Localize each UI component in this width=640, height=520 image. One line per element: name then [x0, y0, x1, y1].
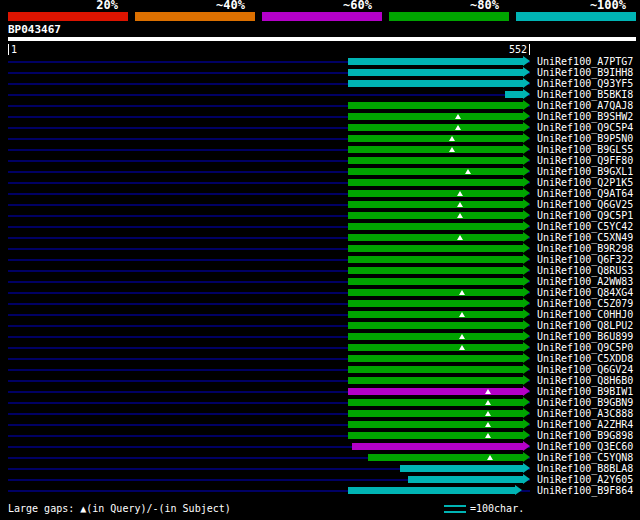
hit-bar[interactable] — [348, 377, 523, 384]
hit-bar[interactable] — [348, 212, 523, 219]
gap-triangle-icon — [485, 400, 491, 405]
hit-bar[interactable] — [348, 124, 523, 131]
hit-arrowhead-icon — [523, 463, 530, 473]
hit-arrowhead-icon — [523, 386, 530, 396]
hit-bar[interactable] — [348, 245, 523, 252]
hit-bar[interactable] — [348, 432, 523, 439]
hit-label[interactable]: UniRef100_A2Y605 — [537, 474, 633, 485]
hit-bar[interactable] — [348, 410, 523, 417]
hit-label[interactable]: UniRef100_B9GBN9 — [537, 397, 633, 408]
hit-arrowhead-icon — [523, 331, 530, 341]
hit-bar[interactable] — [348, 179, 523, 186]
hit-arrowhead-icon — [523, 419, 530, 429]
hit-bar[interactable] — [348, 289, 523, 296]
hit-bar[interactable] — [348, 223, 523, 230]
hit-label[interactable]: UniRef100_C5Z079 — [537, 298, 633, 309]
query-bar — [8, 37, 636, 41]
hit-arrowhead-icon — [523, 364, 530, 374]
hit-bar[interactable] — [348, 300, 523, 307]
hit-bar[interactable] — [348, 366, 523, 373]
hit-label[interactable]: UniRef100_B9F864 — [537, 485, 633, 496]
hit-bar[interactable] — [348, 267, 523, 274]
hit-label[interactable]: UniRef100_Q8H6B0 — [537, 375, 633, 386]
hit-bar[interactable] — [348, 278, 523, 285]
hit-label[interactable]: UniRef100_B6U899 — [537, 331, 633, 342]
hit-label[interactable]: UniRef100_C5XDD8 — [537, 353, 633, 364]
hit-label[interactable]: UniRef100_C0HHJ0 — [537, 309, 633, 320]
hit-bar[interactable] — [348, 146, 523, 153]
identity-scale-label: 20% — [8, 0, 128, 11]
hit-bar[interactable] — [348, 69, 523, 76]
hit-label[interactable]: UniRef100_Q2P1K5 — [537, 177, 633, 188]
hit-row: UniRef100_Q93YF5 — [0, 78, 640, 89]
hit-label[interactable]: UniRef100_Q6GV25 — [537, 199, 633, 210]
hit-bar[interactable] — [408, 476, 523, 483]
hit-bar[interactable] — [348, 333, 523, 340]
hit-label[interactable]: UniRef100_B9P5N0 — [537, 133, 633, 144]
hit-row: UniRef100_B6U899 — [0, 331, 640, 342]
hit-label[interactable]: UniRef100_A3C888 — [537, 408, 633, 419]
hit-label[interactable]: UniRef100_A2ZHR4 — [537, 419, 633, 430]
hit-label[interactable]: UniRef100_B5BKI8 — [537, 89, 633, 100]
hit-bar[interactable] — [348, 399, 523, 406]
hit-bar[interactable] — [348, 234, 523, 241]
hit-bar[interactable] — [348, 256, 523, 263]
hit-bar[interactable] — [348, 421, 523, 428]
hit-label[interactable]: UniRef100_B9GXL1 — [537, 166, 633, 177]
hit-label[interactable]: UniRef100_B9BIW1 — [537, 386, 633, 397]
hit-bar[interactable] — [348, 487, 515, 494]
hit-bar[interactable] — [400, 465, 523, 472]
hit-bar[interactable] — [348, 322, 523, 329]
hit-arrowhead-icon — [523, 353, 530, 363]
hit-bar[interactable] — [348, 355, 523, 362]
hit-bar[interactable] — [505, 91, 523, 98]
hit-bar[interactable] — [348, 135, 523, 142]
hit-bar[interactable] — [348, 388, 523, 395]
hit-label[interactable]: UniRef100_Q3EC60 — [537, 441, 633, 452]
hit-label[interactable]: UniRef100_Q9AT64 — [537, 188, 633, 199]
hit-label[interactable]: UniRef100_B9GLS5 — [537, 144, 633, 155]
hit-arrowhead-icon — [523, 144, 530, 154]
query-ruler: 1 552 — [8, 44, 530, 55]
ruler-end-tick: 552 — [509, 44, 530, 55]
hit-bar[interactable] — [352, 443, 523, 450]
hit-label[interactable]: UniRef100_Q9C5P4 — [537, 122, 633, 133]
hit-label[interactable]: UniRef100_Q8RUS3 — [537, 265, 633, 276]
hit-bar[interactable] — [348, 201, 523, 208]
hit-label[interactable]: UniRef100_C5XN49 — [537, 232, 633, 243]
hit-bar[interactable] — [348, 168, 523, 175]
hit-row: UniRef100_Q8LPU2 — [0, 320, 640, 331]
hit-bar[interactable] — [348, 157, 523, 164]
hit-label[interactable]: UniRef100_Q9FF80 — [537, 155, 633, 166]
hit-label[interactable]: UniRef100_Q6GV24 — [537, 364, 633, 375]
hit-label[interactable]: UniRef100_C5YQN8 — [537, 452, 633, 463]
hit-bar[interactable] — [348, 102, 523, 109]
hit-row: UniRef100_B9GBN9 — [0, 397, 640, 408]
hit-label[interactable]: UniRef100_B9G898 — [537, 430, 633, 441]
hit-label[interactable]: UniRef100_Q93YF5 — [537, 78, 633, 89]
hit-bar[interactable] — [348, 311, 523, 318]
hit-label[interactable]: UniRef100_A7PTG7 — [537, 56, 633, 67]
hit-bar[interactable] — [348, 80, 523, 87]
hit-bar[interactable] — [348, 58, 523, 65]
hit-arrowhead-icon — [523, 452, 530, 462]
hit-bar[interactable] — [348, 113, 523, 120]
hit-label[interactable]: UniRef100_B9SHW2 — [537, 111, 633, 122]
hit-label[interactable]: UniRef100_Q9C5P0 — [537, 342, 633, 353]
hit-bar[interactable] — [368, 454, 523, 461]
hit-label[interactable]: UniRef100_B8BLA8 — [537, 463, 633, 474]
hit-label[interactable]: UniRef100_A7QAJ8 — [537, 100, 633, 111]
hit-bar[interactable] — [348, 190, 523, 197]
hit-arrowhead-icon — [523, 199, 530, 209]
hit-label[interactable]: UniRef100_B9R298 — [537, 243, 633, 254]
hit-label[interactable]: UniRef100_Q9C5P1 — [537, 210, 633, 221]
hit-row: UniRef100_C5XN49 — [0, 232, 640, 243]
hit-label[interactable]: UniRef100_B9IHH8 — [537, 67, 633, 78]
hit-label[interactable]: UniRef100_C5YC42 — [537, 221, 633, 232]
hit-label[interactable]: UniRef100_Q8LPU2 — [537, 320, 633, 331]
hit-bar[interactable] — [348, 344, 523, 351]
hit-label[interactable]: UniRef100_A2WW83 — [537, 276, 633, 287]
hit-arrowhead-icon — [523, 397, 530, 407]
hit-label[interactable]: UniRef100_Q6F322 — [537, 254, 633, 265]
hit-label[interactable]: UniRef100_Q84XG4 — [537, 287, 633, 298]
